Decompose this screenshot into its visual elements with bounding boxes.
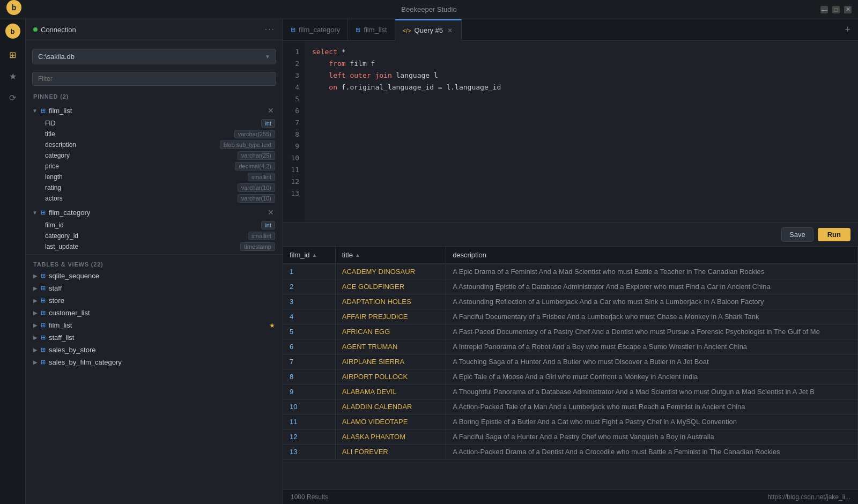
cell-id: 1 [283,264,335,279]
cell-id: 13 [283,444,335,459]
cell-id: 10 [283,399,335,414]
table-grid-icon: ⊞ [41,346,46,353]
tab-film-list[interactable]: ⊞ film_list [348,19,395,41]
results-count: 1000 Results [291,493,328,501]
table-grid-icon: ⊞ [41,334,46,341]
grid-icon: ⊞ [291,26,295,33]
table-row: 3ADAPTATION HOLESA Astounding Reflection… [283,294,858,309]
table-grid-icon: ⊞ [41,209,46,216]
column-fid: FID int [26,118,283,129]
column-rating: rating varchar(10) [26,182,283,193]
title-bar: b Beekeeper Studio — □ ✕ [0,0,858,19]
chevron-right-icon: ▶ [33,335,38,340]
film-category-group-header[interactable]: ▼ ⊞ film_category ✕ [26,205,283,220]
column-price: price decimal(4,2) [26,161,283,172]
table-row: 4AFFAIR PREJUDICEA Fanciful Documentary … [283,309,858,324]
filter-input[interactable] [32,72,276,86]
activity-logo: b [5,24,20,39]
table-row: 6AGENT TRUMANA Intrepid Panorama of a Ro… [283,339,858,354]
close-button[interactable]: ✕ [844,6,852,13]
cell-title: AFFAIR PREJUDICE [335,309,446,324]
add-tab-button[interactable]: + [837,24,858,35]
pinned-section-header: PINNED (2) [26,89,283,102]
cell-id: 5 [283,324,335,339]
table-grid-icon: ⊞ [41,272,46,279]
minimize-button[interactable]: — [820,6,828,13]
cell-title: ALADDIN CALENDAR [335,399,446,414]
chevron-right-icon: ▶ [33,310,38,316]
chevron-right-icon: ▶ [33,285,38,291]
table-staff-list[interactable]: ▶ ⊞ staff_list [26,331,283,344]
history-icon[interactable]: ⟳ [3,88,23,107]
table-row: 12ALASKA PHANTOMA Fanciful Saga of a Hun… [283,429,858,444]
database-icon[interactable]: ⊞ [3,45,23,64]
expand-icon: ▼ [32,210,38,216]
chevron-right-icon: ▶ [33,347,38,353]
tab-film-category[interactable]: ⊞ film_category [283,19,348,41]
results-table-wrapper[interactable]: film_id ▲ title ▲ [283,247,858,489]
film-category-close-icon[interactable]: ✕ [265,207,276,218]
db-selector[interactable]: C:\sakila.db ▼ [32,49,276,64]
table-row: 2ACE GOLDFINGERA Astounding Epistle of a… [283,279,858,294]
results-table: film_id ▲ title ▲ [283,247,858,459]
cell-title: ACE GOLDFINGER [335,279,446,294]
chevron-right-icon: ▶ [33,322,38,328]
table-customer-list[interactable]: ▶ ⊞ customer_list [26,307,283,319]
table-row: 13ALI FOREVERA Action-Packed Drama of a … [283,444,858,459]
film-list-group-header[interactable]: ▼ ⊞ film_list ✕ [26,103,283,118]
table-row: 11ALAMO VIDEOTAPEA Boring Epistle of a B… [283,414,858,429]
table-sqlite-sequence[interactable]: ▶ ⊞ sqlite_sequence [26,270,283,282]
col-header-title[interactable]: title ▲ [335,247,446,264]
tab-query5[interactable]: </> Query #5 ✕ [395,19,462,41]
cell-description: A Astounding Reflection of a Lumberjack … [446,294,858,309]
film-category-label: film_category [49,209,262,217]
pinned-film-list: ▼ ⊞ film_list ✕ FID int title varchar(25… [26,103,283,204]
save-button[interactable]: Save [781,227,813,242]
table-sales-by-film-category[interactable]: ▶ ⊞ sales_by_film_category [26,356,283,368]
table-grid-icon: ⊞ [41,309,46,316]
table-film-list[interactable]: ▶ ⊞ film_list ★ [26,319,283,331]
editor-code-area[interactable]: select * from film f left outer join lan… [305,41,858,223]
cell-id: 8 [283,369,335,384]
expand-icon: ▼ [32,108,38,114]
cell-id: 3 [283,294,335,309]
sidebar-more-button[interactable]: ··· [265,25,275,34]
chevron-right-icon: ▶ [33,298,38,303]
tabs-bar: ⊞ film_category ⊞ film_list </> Query #5… [283,19,858,41]
main-layout: b ⊞ ★ ⟳ Connection ··· C:\sakila.db ▼ PI… [0,19,858,504]
cell-title: AIRPORT POLLOCK [335,369,446,384]
status-url: https://blog.csdn.net/jake_li... [767,493,850,501]
tables-section-header: TABLES & VIEWS (22) [26,257,283,270]
column-length: length smallint [26,172,283,182]
code-icon: </> [403,27,411,34]
table-row: 8AIRPORT POLLOCKA Epic Tale of a Moose A… [283,369,858,384]
col-header-film-id[interactable]: film_id ▲ [283,247,335,264]
cell-description: A Touching Saga of a Hunter And a Butler… [446,354,858,369]
results-container: film_id ▲ title ▲ [283,247,858,489]
chevron-right-icon: ▶ [33,359,38,365]
sort-icon: ▲ [312,252,317,258]
table-sales-by-store[interactable]: ▶ ⊞ sales_by_store [26,344,283,356]
film-list-close-icon[interactable]: ✕ [265,105,276,116]
cell-id: 9 [283,384,335,399]
chevron-right-icon: ▶ [33,273,38,279]
tab-close-icon[interactable]: ✕ [446,26,454,35]
cell-id: 6 [283,339,335,354]
cell-description: A Intrepid Panorama of a Robot And a Boy… [446,339,858,354]
run-button[interactable]: Run [818,228,850,241]
connection-text: Connection [41,26,76,34]
app-logo: b [6,0,21,15]
star-icon: ★ [269,322,275,329]
db-chevron-icon: ▼ [265,54,270,60]
table-row: 5AFRICAN EGGA Fast-Paced Documentary of … [283,324,858,339]
editor-area: ⊞ film_category ⊞ film_list </> Query #5… [283,19,858,504]
maximize-button[interactable]: □ [832,6,840,13]
table-staff[interactable]: ▶ ⊞ staff [26,282,283,294]
cell-description: A Thoughtful Panorama of a Database Admi… [446,384,858,399]
bookmark-icon[interactable]: ★ [3,66,23,86]
title-bar-left: b [6,0,21,19]
col-header-description[interactable]: description [446,247,858,264]
cell-id: 7 [283,354,335,369]
table-store[interactable]: ▶ ⊞ store [26,294,283,307]
connection-label: Connection [33,26,76,34]
